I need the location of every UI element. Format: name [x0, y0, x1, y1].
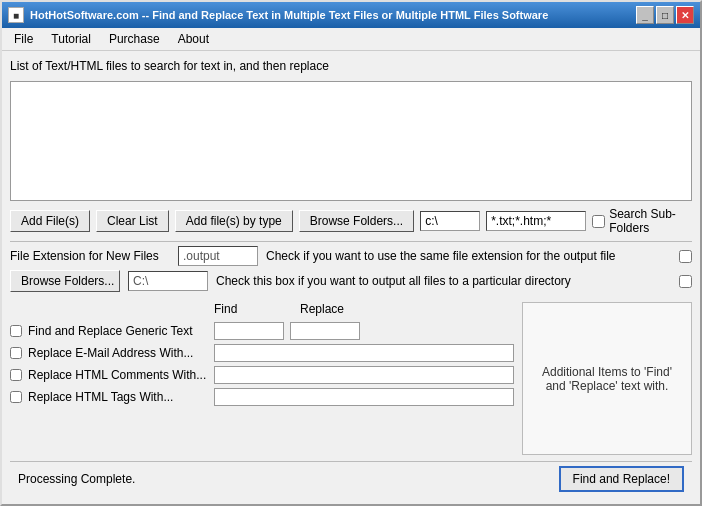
fr-row-4: Replace HTML Tags With...	[10, 388, 514, 406]
close-button[interactable]: ✕	[676, 6, 694, 24]
fr-header-row: Find Replace	[10, 302, 514, 316]
ext-filter-input[interactable]	[486, 211, 586, 231]
dir-value-input[interactable]	[128, 271, 208, 291]
fr-row-2: Replace E-Mail Address With...	[10, 344, 514, 362]
minimize-button[interactable]: _	[636, 6, 654, 24]
ext-row-1: File Extension for New Files Check if yo…	[10, 246, 692, 266]
ext-check1-text: Check if you want to use the same file e…	[266, 249, 673, 263]
find-replace-section: Find Replace Find and Replace Generic Te…	[10, 302, 692, 455]
file-ext-section: File Extension for New Files Check if yo…	[10, 241, 692, 296]
search-subfolders-label[interactable]: Search Sub-Folders	[592, 207, 692, 235]
fr-row-3: Replace HTML Comments With...	[10, 366, 514, 384]
path-input[interactable]	[420, 211, 480, 231]
additional-items-box: Additional Items to 'Find' and 'Replace'…	[522, 302, 692, 455]
main-window: ■ HotHotSoftware.com -- Find and Replace…	[0, 0, 702, 506]
menu-tutorial[interactable]: Tutorial	[43, 30, 99, 48]
replace-header: Replace	[300, 302, 344, 316]
fr-replace-2[interactable]	[214, 344, 514, 362]
fr-label-2: Replace E-Mail Address With...	[28, 346, 208, 360]
ext-label: File Extension for New Files	[10, 249, 170, 263]
fr-label-4: Replace HTML Tags With...	[28, 390, 208, 404]
find-header: Find	[214, 302, 294, 316]
file-button-row: Add File(s) Clear List Add file(s) by ty…	[10, 207, 692, 235]
window-title: HotHotSoftware.com -- Find and Replace T…	[30, 9, 548, 21]
fr-checkbox-4[interactable]	[10, 391, 22, 403]
browse-folders-button[interactable]: Browse Folders...	[299, 210, 414, 232]
ext-check2-text: Check this box if you want to output all…	[216, 274, 673, 288]
add-files-button[interactable]: Add File(s)	[10, 210, 90, 232]
menu-about[interactable]: About	[170, 30, 217, 48]
fr-checkbox-2[interactable]	[10, 347, 22, 359]
fr-row-1: Find and Replace Generic Text	[10, 322, 514, 340]
ext-check1-checkbox[interactable]	[679, 250, 692, 263]
ext-row-2: Browse Folders... Check this box if you …	[10, 270, 692, 292]
title-bar: ■ HotHotSoftware.com -- Find and Replace…	[2, 2, 700, 28]
app-icon: ■	[8, 7, 24, 23]
file-list-label: List of Text/HTML files to search for te…	[10, 59, 692, 73]
fr-replace-3[interactable]	[214, 366, 514, 384]
maximize-button[interactable]: □	[656, 6, 674, 24]
ext-check-row-2: Check this box if you want to output all…	[216, 274, 692, 288]
main-content: List of Text/HTML files to search for te…	[2, 51, 700, 504]
browse-folders-button2[interactable]: Browse Folders...	[10, 270, 120, 292]
add-by-type-button[interactable]: Add file(s) by type	[175, 210, 293, 232]
title-bar-left: ■ HotHotSoftware.com -- Find and Replace…	[8, 7, 548, 23]
title-controls: _ □ ✕	[636, 6, 694, 24]
fr-find-1[interactable]	[214, 322, 284, 340]
fr-checkbox-3[interactable]	[10, 369, 22, 381]
ext-check2-checkbox[interactable]	[679, 275, 692, 288]
file-list-area[interactable]	[10, 81, 692, 201]
menu-file[interactable]: File	[6, 30, 41, 48]
menu-bar: File Tutorial Purchase About	[2, 28, 700, 51]
ext-check-row-1: Check if you want to use the same file e…	[266, 249, 692, 263]
fr-replace-4[interactable]	[214, 388, 514, 406]
fr-replace-1[interactable]	[290, 322, 360, 340]
status-bar: Processing Complete. Find and Replace!	[10, 461, 692, 496]
find-replace-left: Find Replace Find and Replace Generic Te…	[10, 302, 514, 455]
fr-label-3: Replace HTML Comments With...	[28, 368, 208, 382]
ext-value-input[interactable]	[178, 246, 258, 266]
additional-items-text: Additional Items to 'Find' and 'Replace'…	[531, 365, 683, 393]
find-replace-button[interactable]: Find and Replace!	[559, 466, 684, 492]
fr-label-1: Find and Replace Generic Text	[28, 324, 208, 338]
search-subfolders-checkbox[interactable]	[592, 215, 605, 228]
status-text: Processing Complete.	[18, 472, 135, 486]
fr-checkbox-1[interactable]	[10, 325, 22, 337]
clear-list-button[interactable]: Clear List	[96, 210, 169, 232]
menu-purchase[interactable]: Purchase	[101, 30, 168, 48]
